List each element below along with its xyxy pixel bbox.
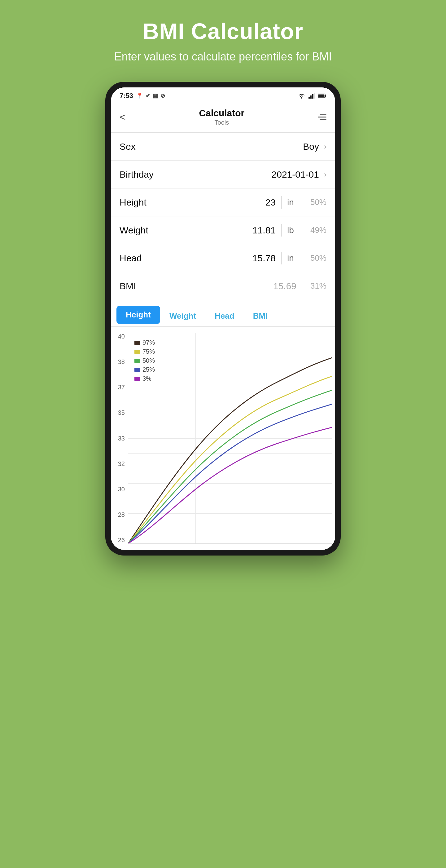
head-value-group: 15.78 in 50%: [251, 252, 327, 265]
tab-height[interactable]: Height: [116, 306, 160, 324]
head-unit: in: [287, 253, 297, 263]
svg-point-0: [301, 97, 302, 99]
y-label-40: 40: [118, 333, 125, 340]
tab-bmi[interactable]: BMI: [244, 307, 277, 325]
y-label-28: 28: [118, 511, 125, 518]
head-percentile: 50%: [308, 253, 327, 263]
chart-container: 40 38 37 35 33 32 30 28 26: [111, 333, 332, 544]
svg-rect-7: [318, 95, 324, 97]
nav-subtitle: Tools: [199, 119, 245, 126]
weight-percentile: 49%: [308, 225, 327, 235]
y-label-26: 26: [118, 537, 125, 544]
height-row[interactable]: Height 23 in 50%: [111, 188, 335, 216]
menu-line-2: [318, 117, 327, 118]
chart-area: 40 38 37 35 33 32 30 28 26: [111, 327, 335, 550]
page-header: BMI Calculator Enter values to calculate…: [0, 0, 446, 72]
svg-rect-6: [325, 95, 326, 97]
svg-rect-2: [310, 95, 312, 99]
location-icon: 📍: [136, 92, 143, 99]
head-divider-2: [302, 252, 302, 265]
y-label-33: 33: [118, 435, 125, 442]
bmi-number: 15.69: [273, 281, 297, 291]
bmi-value-group: 15.69 31%: [273, 280, 327, 292]
download-icon: ✔: [145, 92, 150, 99]
battery-icon: [318, 93, 327, 98]
weight-unit: lb: [287, 225, 297, 235]
grid-h-8: [128, 544, 332, 544]
tab-head[interactable]: Head: [205, 307, 244, 325]
head-divider-1: [281, 252, 281, 265]
sex-arrow: ›: [324, 142, 327, 151]
birthday-label: Birthday: [119, 169, 272, 180]
birthday-arrow: ›: [324, 170, 327, 179]
time-display: 7:53: [119, 92, 133, 100]
signal-icon: [308, 93, 315, 99]
height-label: Height: [119, 197, 251, 208]
head-row[interactable]: Head 15.78 in 50%: [111, 244, 335, 272]
svg-rect-4: [314, 93, 315, 99]
height-unit: in: [287, 197, 297, 207]
blocked-icon: ⊘: [161, 92, 165, 99]
page-subtitle: Enter values to calculate percentiles fo…: [12, 50, 434, 63]
chart-inner: 97% 75% 50% 25%: [128, 333, 332, 544]
weight-row[interactable]: Weight 11.81 lb 49%: [111, 216, 335, 244]
svg-rect-3: [312, 94, 313, 99]
bmi-row: BMI 15.69 31%: [111, 272, 335, 300]
weight-label: Weight: [119, 225, 251, 236]
weight-value-group: 11.81 lb 49%: [251, 224, 327, 237]
head-number: 15.78: [251, 253, 276, 264]
wifi-icon: [297, 93, 306, 99]
nav-bar: < Calculator Tools: [111, 103, 335, 133]
status-right: [297, 93, 327, 99]
y-label-35: 35: [118, 409, 125, 416]
y-label-32: 32: [118, 460, 125, 467]
nav-title: Calculator: [199, 108, 245, 118]
height-percentile: 50%: [308, 197, 327, 207]
sex-label: Sex: [119, 142, 303, 152]
bmi-percentile: 31%: [308, 281, 327, 291]
menu-line-3: [320, 119, 327, 120]
tab-weight[interactable]: Weight: [160, 307, 205, 325]
svg-rect-1: [308, 97, 310, 99]
sex-row[interactable]: Sex Boy ›: [111, 133, 335, 161]
status-icons: 📍 ✔ ▦ ⊘: [136, 92, 165, 99]
nav-title-group: Calculator Tools: [199, 108, 245, 126]
phone-frame: 7:53 📍 ✔ ▦ ⊘: [105, 82, 341, 556]
menu-line-1: [320, 114, 327, 115]
back-button[interactable]: <: [119, 111, 126, 123]
phone-screen: 7:53 📍 ✔ ▦ ⊘: [111, 87, 335, 550]
height-divider-1: [281, 196, 281, 209]
y-label-37: 37: [118, 384, 125, 391]
weight-divider-1: [281, 224, 281, 237]
menu-button[interactable]: [318, 114, 327, 120]
weight-divider-2: [302, 224, 302, 237]
y-label-38: 38: [118, 359, 125, 366]
bmi-label: BMI: [119, 281, 273, 291]
birthday-row[interactable]: Birthday 2021-01-01 ›: [111, 161, 335, 188]
head-label: Head: [119, 253, 251, 264]
y-label-30: 30: [118, 486, 125, 493]
status-left: 7:53 📍 ✔ ▦ ⊘: [119, 92, 165, 100]
growth-curves-svg: [128, 333, 332, 544]
birthday-value-group: 2021-01-01 ›: [272, 169, 327, 180]
height-divider-2: [302, 196, 302, 209]
height-value-group: 23 in 50%: [251, 196, 327, 209]
y-axis: 40 38 37 35 33 32 30 28 26: [111, 333, 128, 544]
bmi-divider: [302, 280, 302, 292]
height-number: 23: [251, 197, 276, 208]
weight-number: 11.81: [251, 225, 276, 236]
sex-value: Boy: [303, 142, 319, 152]
sex-value-group: Boy ›: [303, 142, 327, 152]
page-title: BMI Calculator: [12, 19, 434, 44]
birthday-value: 2021-01-01: [272, 169, 319, 180]
tab-bar: Height Weight Head BMI: [111, 300, 335, 327]
storage-icon: ▦: [153, 92, 158, 99]
status-bar: 7:53 📍 ✔ ▦ ⊘: [111, 87, 335, 103]
